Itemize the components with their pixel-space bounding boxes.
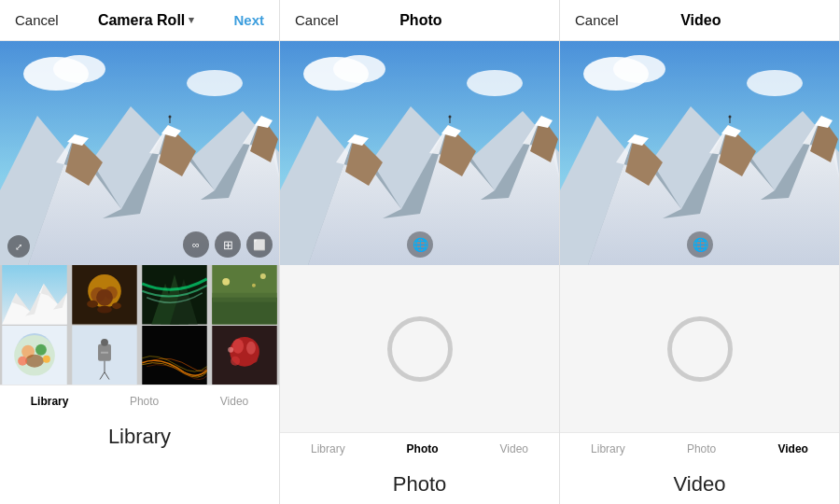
library-main-image: ⤢ ∞ ⊞ ⬜ bbox=[0, 41, 280, 265]
library-tabs: Library Photo Video bbox=[0, 385, 279, 415]
thumbnail-grid bbox=[0, 265, 279, 385]
video-camera-area bbox=[560, 265, 839, 432]
svg-point-40 bbox=[35, 343, 47, 355]
svg-rect-46 bbox=[101, 351, 108, 353]
expand-control[interactable]: ⤢ bbox=[7, 235, 30, 258]
library-panel: Cancel Camera Roll ▾ Next bbox=[0, 0, 280, 504]
photo-main-image: 🌐 bbox=[280, 41, 560, 265]
photo-title: Photo bbox=[399, 12, 441, 29]
thumb-3[interactable] bbox=[140, 265, 209, 325]
image-controls: ∞ ⊞ ⬜ bbox=[183, 231, 273, 258]
svg-point-24 bbox=[112, 302, 121, 309]
video-record-button[interactable] bbox=[667, 316, 733, 382]
layout-icon[interactable]: ⊞ bbox=[215, 231, 241, 258]
svg-point-89 bbox=[729, 116, 732, 119]
svg-point-22 bbox=[96, 289, 113, 306]
thumb-6[interactable] bbox=[70, 326, 139, 385]
thumb-7[interactable] bbox=[140, 326, 209, 385]
svg-point-43 bbox=[43, 355, 50, 362]
tab-video-3[interactable]: Video bbox=[770, 441, 815, 457]
thumb-4[interactable] bbox=[210, 265, 279, 325]
video-cancel-button[interactable]: Cancel bbox=[575, 12, 619, 28]
svg-point-25 bbox=[97, 306, 112, 314]
title-chevron-icon: ▾ bbox=[189, 14, 194, 26]
svg-point-57 bbox=[231, 356, 240, 365]
crop-icon[interactable]: ⬜ bbox=[246, 231, 273, 258]
library-cancel-button[interactable]: Cancel bbox=[15, 12, 59, 28]
svg-point-77 bbox=[613, 55, 665, 83]
photo-section-label: Photo bbox=[280, 463, 559, 504]
boomerang-icon[interactable]: ∞ bbox=[183, 231, 209, 258]
svg-point-3 bbox=[187, 70, 243, 96]
photo-tabs: Library Photo Video bbox=[280, 432, 559, 463]
svg-point-62 bbox=[333, 55, 385, 83]
svg-point-41 bbox=[25, 354, 44, 367]
svg-rect-51 bbox=[142, 326, 206, 385]
expand-icon[interactable]: ⤢ bbox=[7, 235, 30, 258]
library-title[interactable]: Camera Roll ▾ bbox=[98, 12, 194, 29]
svg-point-78 bbox=[747, 70, 803, 96]
video-panel: Cancel Video bbox=[560, 0, 840, 504]
tab-library-3[interactable]: Library bbox=[583, 441, 633, 457]
svg-point-14 bbox=[169, 116, 172, 119]
svg-rect-32 bbox=[212, 293, 276, 302]
globe-icon-video[interactable]: 🌐 bbox=[687, 231, 713, 258]
tab-library-1[interactable]: Library bbox=[23, 393, 77, 410]
svg-point-63 bbox=[467, 70, 523, 96]
photo-header: Cancel Photo bbox=[280, 0, 559, 41]
photo-panel: Cancel Photo bbox=[280, 0, 560, 504]
tab-video-1[interactable]: Video bbox=[213, 393, 256, 410]
video-main-image: 🌐 bbox=[560, 41, 840, 265]
library-header: Cancel Camera Roll ▾ Next bbox=[0, 0, 279, 41]
svg-point-74 bbox=[449, 116, 452, 119]
photo-camera-area bbox=[280, 265, 559, 432]
tab-library-2[interactable]: Library bbox=[303, 441, 353, 457]
library-section-label: Library bbox=[0, 415, 279, 456]
svg-point-55 bbox=[246, 341, 256, 354]
video-header: Cancel Video bbox=[560, 0, 839, 41]
svg-point-23 bbox=[87, 301, 98, 308]
svg-point-35 bbox=[252, 284, 256, 287]
thumb-2[interactable] bbox=[70, 265, 139, 325]
svg-point-54 bbox=[232, 338, 244, 353]
library-next-button[interactable]: Next bbox=[233, 12, 264, 28]
svg-point-47 bbox=[101, 338, 108, 345]
svg-point-59 bbox=[228, 346, 233, 352]
tab-photo-2[interactable]: Photo bbox=[399, 441, 446, 457]
photo-shutter-button[interactable] bbox=[387, 316, 453, 382]
globe-icon[interactable]: 🌐 bbox=[407, 231, 433, 258]
svg-point-2 bbox=[53, 55, 105, 83]
svg-point-58 bbox=[250, 355, 258, 362]
video-section-label: Video bbox=[560, 463, 839, 504]
tab-video-2[interactable]: Video bbox=[493, 441, 536, 457]
svg-point-42 bbox=[18, 356, 27, 365]
video-title: Video bbox=[680, 12, 721, 29]
svg-point-34 bbox=[260, 273, 266, 279]
tab-photo-1[interactable]: Photo bbox=[122, 393, 166, 410]
thumb-8[interactable] bbox=[210, 326, 279, 385]
photo-cancel-button[interactable]: Cancel bbox=[295, 12, 339, 28]
video-tabs: Library Photo Video bbox=[560, 432, 839, 463]
svg-point-33 bbox=[222, 278, 230, 286]
tab-photo-3[interactable]: Photo bbox=[679, 441, 723, 457]
thumb-1[interactable] bbox=[0, 265, 69, 325]
thumb-5[interactable] bbox=[0, 326, 69, 385]
